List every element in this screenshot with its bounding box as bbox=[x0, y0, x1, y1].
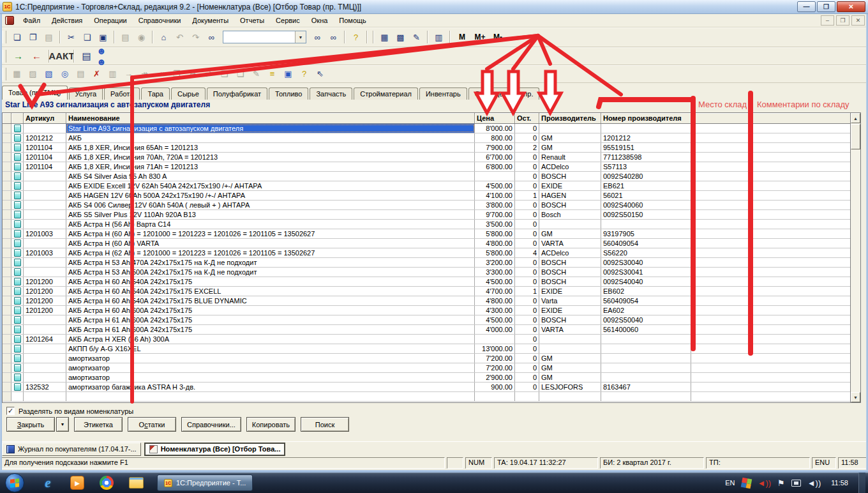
properties-help-icon[interactable]: ? bbox=[297, 67, 311, 81]
find-icon[interactable]: ∞ bbox=[204, 30, 219, 44]
label-button[interactable]: Этикетка bbox=[74, 417, 123, 432]
table-row[interactable]: амортизатор7'200.000GM bbox=[3, 354, 860, 363]
menu-item-5[interactable]: Документы bbox=[186, 15, 234, 27]
cardfile-icon[interactable]: ▤ bbox=[78, 49, 95, 64]
tab-1[interactable]: Товар (пр. ТМЦ) bbox=[2, 86, 68, 100]
network-icon[interactable] bbox=[791, 480, 801, 487]
tab-9[interactable]: Стройматериал bbox=[354, 87, 418, 100]
taskbar-app-button[interactable]: 1С 1С:Предприятие - Т... bbox=[157, 474, 253, 491]
table-row[interactable]: АКПП б/у A-G X16XEL13'000.000 bbox=[3, 344, 860, 354]
start-button[interactable] bbox=[5, 473, 24, 492]
mdi-restore-button[interactable] bbox=[836, 15, 849, 26]
new-document-icon[interactable]: ❏ bbox=[10, 30, 24, 44]
column-header-artikul[interactable]: Артикул bbox=[24, 113, 66, 123]
table-row[interactable]: 132532амортизатор багажника ASTRA H 3-дв… bbox=[3, 383, 860, 392]
column-header-price[interactable]: Цена bbox=[475, 113, 515, 123]
scroll-thumb[interactable] bbox=[851, 124, 860, 149]
mdi-tab-1[interactable]: Журнал по покупателям (17.04.17-... bbox=[2, 443, 141, 456]
tab-11[interactable]: Спецодежда и пр. bbox=[468, 87, 540, 100]
table-row[interactable]: 1201264АКБ Астра H XER (66 Ah) 300A0 bbox=[3, 335, 860, 344]
table-row[interactable]: амортизатор2'900.000GM bbox=[3, 373, 860, 383]
menu-item-8[interactable]: Окна bbox=[306, 15, 334, 27]
copy-button[interactable]: Копировать bbox=[246, 417, 296, 432]
media-player-icon[interactable]: ▶ bbox=[69, 474, 86, 491]
show-desktop-button[interactable] bbox=[858, 473, 865, 493]
table-row[interactable]: АКБ Астра Н 61 Ah 600A 242x175x1754'000.… bbox=[3, 325, 860, 335]
vertical-scrollbar[interactable] bbox=[850, 113, 860, 402]
table-row[interactable]: АКБ S4 006 Силвер 12V 60Ah 540A ( левый … bbox=[3, 201, 860, 210]
method-book-icon[interactable]: ▥ bbox=[431, 30, 446, 44]
menu-item-4[interactable]: Справочники bbox=[133, 15, 187, 27]
find-previous-icon[interactable]: ∞ bbox=[326, 30, 341, 44]
mdi-tab-2[interactable]: Номенклатура (Все) [Отбор Това... bbox=[144, 443, 286, 456]
help-icon[interactable]: ? bbox=[348, 30, 363, 44]
table-row[interactable]: Star Line A93 сигнализация с автозапуско… bbox=[3, 124, 860, 133]
formula-icon[interactable]: ✎ bbox=[409, 30, 424, 44]
view-document-icon[interactable]: ◎ bbox=[57, 67, 72, 81]
tab-3[interactable]: Работа bbox=[104, 87, 140, 100]
tab-4[interactable]: Тара bbox=[141, 87, 170, 100]
tray-clock[interactable]: 11:58 bbox=[831, 479, 848, 487]
table-row[interactable]: 1201212АКБ800.000GM1201212 bbox=[3, 133, 860, 143]
table-row[interactable]: АКБ Астра H (56 Ah) Варта C143'500.000 bbox=[3, 220, 860, 229]
calculator-icon[interactable]: ▦ bbox=[377, 30, 392, 44]
close-button[interactable] bbox=[837, 1, 865, 12]
tab-7[interactable]: Топливо bbox=[269, 87, 308, 100]
table-row[interactable]: АКБ Астра Н (60 Ah) VARTA4'800.000VARTA5… bbox=[3, 239, 860, 248]
tab-8[interactable]: Запчасть bbox=[310, 87, 352, 100]
row-delete-icon[interactable]: ✗ bbox=[89, 67, 104, 81]
table-edit-icon[interactable]: ▧ bbox=[41, 67, 56, 81]
minimize-button[interactable] bbox=[797, 1, 816, 12]
column-header-manufacturer[interactable]: Производитель bbox=[539, 113, 601, 123]
volume-icon[interactable]: ◄)) bbox=[807, 479, 821, 487]
tab-6[interactable]: Полуфабрикат bbox=[207, 87, 267, 100]
language-indicator[interactable]: EN bbox=[725, 479, 735, 487]
antivirus-tray-icon[interactable] bbox=[740, 477, 752, 489]
menu-item-6[interactable]: Отчеты bbox=[234, 15, 270, 27]
context-help-icon[interactable]: ⇖ bbox=[313, 67, 327, 81]
column-header-manufacturer-number[interactable]: Номер производителя bbox=[601, 113, 691, 123]
menu-item-9[interactable]: Помощь bbox=[333, 15, 372, 27]
menu-item-3[interactable]: Операции bbox=[88, 15, 132, 27]
table-row[interactable]: АКБ S5 Silver Plus 12V 110Ah 920A B139'7… bbox=[3, 210, 860, 220]
table-row[interactable]: 1201200АКБ Астра Н 60 Ah 540A 242x175x17… bbox=[3, 277, 860, 287]
open-item-icon[interactable]: → bbox=[10, 49, 27, 64]
act-settings-icon[interactable]: ААКТ bbox=[53, 49, 70, 64]
scroll-down-button[interactable] bbox=[851, 392, 860, 402]
menu-item-1[interactable]: Файл bbox=[17, 15, 46, 27]
ostatki-button[interactable]: Остатки bbox=[128, 417, 176, 432]
memory-plus-button[interactable]: M+ bbox=[472, 30, 488, 44]
column-header-name[interactable]: Наименование bbox=[66, 113, 475, 123]
mdi-minimize-button[interactable] bbox=[821, 15, 834, 26]
search-combobox-dropdown[interactable] bbox=[295, 31, 306, 43]
menu-item-7[interactable]: Сервис bbox=[270, 15, 306, 27]
explorer-icon[interactable] bbox=[128, 474, 144, 491]
window-blue-icon[interactable]: ▣ bbox=[281, 67, 296, 81]
table-row[interactable]: 1201003АКБ Астра Н (60 Ah) = 1201000 = 1… bbox=[3, 229, 860, 239]
table-row[interactable]: АКБ Астра Н 53 Ah 470A 242x175x175 на К-… bbox=[3, 258, 860, 268]
split-by-kinds-checkbox[interactable]: ✓ bbox=[6, 407, 15, 415]
table-row[interactable]: АКБ S4 Silver Asia 95 Ah 830 A0BOSCH0092… bbox=[3, 172, 860, 181]
table-row[interactable]: 1201200АКБ Астра Н 60 Ah 600A 242x175x17… bbox=[3, 306, 860, 315]
chrome-icon[interactable] bbox=[98, 474, 115, 491]
table-row[interactable]: 1201104АКБ 1,8 XER, Инсигния 65Ah = 1201… bbox=[3, 143, 860, 153]
users-icon[interactable]: ☻☻ bbox=[96, 49, 114, 64]
table-row[interactable] bbox=[3, 392, 860, 402]
mdi-close-button[interactable] bbox=[851, 15, 865, 26]
monitor-exit-icon[interactable]: ⌂ bbox=[156, 30, 171, 44]
find-next-icon[interactable]: ∞ bbox=[310, 30, 325, 44]
table-row[interactable]: 1201104АКБ 1,8 XER, Инсигния 70Ah, 720A … bbox=[3, 153, 860, 162]
restore-button[interactable] bbox=[817, 1, 835, 12]
internet-explorer-icon[interactable]: e bbox=[40, 474, 56, 491]
memory-recall-button[interactable]: M bbox=[454, 30, 470, 44]
paste-icon[interactable]: ▣ bbox=[96, 30, 110, 44]
table-row[interactable]: 1201003АКБ Астра Н (62 Ah) = 1201000 = 1… bbox=[3, 248, 860, 258]
table-row[interactable]: АКБ HAGEN 12V 60Ah 500A 242x175x190 /+-/… bbox=[3, 191, 860, 201]
tab-10[interactable]: Инвентарь bbox=[419, 87, 467, 100]
open-icon[interactable]: ❐ bbox=[26, 30, 40, 44]
table-row[interactable]: АКБ Астра Н 61 Ah 600A 242x175x1754'500.… bbox=[3, 315, 860, 325]
table-row[interactable]: АКБ EXIDE Excell 12V 62Ah 540A 242x175x1… bbox=[3, 181, 860, 191]
red-volume-icon[interactable]: ◄)) bbox=[758, 479, 772, 487]
spravochniki-button[interactable]: Справочники... bbox=[181, 417, 241, 432]
scroll-up-button[interactable] bbox=[851, 113, 860, 123]
